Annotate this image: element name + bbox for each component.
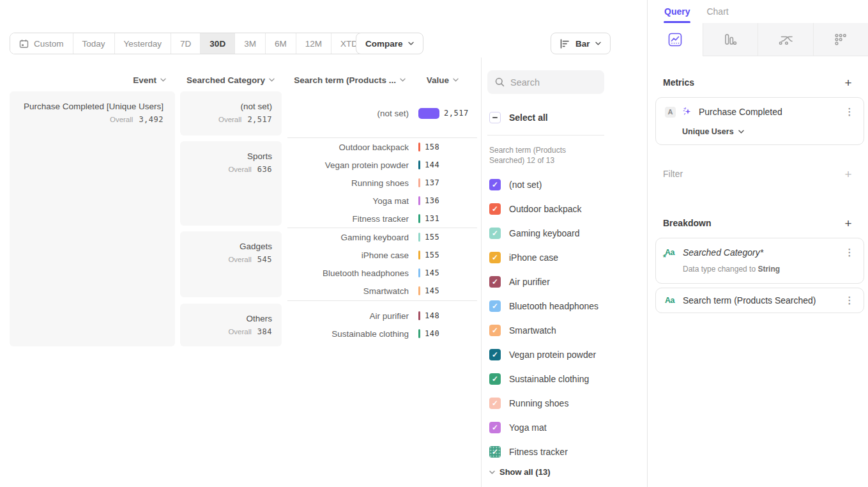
compare-button[interactable]: Compare <box>356 33 423 54</box>
date-preset-label: 12M <box>305 39 322 49</box>
breakdown-options-kebab-icon[interactable] <box>844 247 855 258</box>
column-header-label: Value <box>427 75 449 85</box>
search-icon <box>495 77 505 87</box>
checkbox-outdoor-backpack[interactable] <box>489 203 501 215</box>
legend-item-smartwatch[interactable]: Smartwatch <box>489 318 598 343</box>
tab-chart[interactable]: Chart <box>698 0 736 23</box>
bar-air-purifier[interactable] <box>418 311 420 320</box>
column-header-value[interactable]: Value <box>409 73 459 86</box>
checkbox-vegan-protein-powder[interactable] <box>489 349 501 360</box>
tab-query[interactable]: Query <box>656 0 698 23</box>
select-all-row[interactable]: Select all <box>489 112 548 123</box>
column-header-searched-category[interactable]: Searched Category <box>170 73 275 86</box>
legend-item-sustainable-clothing[interactable]: Sustainable clothing <box>489 367 598 391</box>
term-row-fitness-tracker: Fitness tracker 131 <box>281 210 439 228</box>
checkbox-fitness-tracker[interactable] <box>489 446 501 458</box>
search-input[interactable] <box>510 77 593 88</box>
group-divider <box>287 300 477 301</box>
date-preset-6m[interactable]: 6M <box>265 33 296 54</box>
legend-item-label: Yoga mat <box>509 422 547 433</box>
checkbox-sustainable-clothing[interactable] <box>489 373 501 385</box>
date-preset-12m[interactable]: 12M <box>296 33 331 54</box>
column-header-event[interactable]: Event <box>96 73 166 86</box>
bar-gaming-keyboard[interactable] <box>418 233 420 242</box>
metric-options-kebab-icon[interactable] <box>844 106 855 118</box>
bar-yoga-mat[interactable] <box>418 196 420 205</box>
bar-smartwatch[interactable] <box>418 286 420 295</box>
legend-item-bluetooth-headphones[interactable]: Bluetooth headphones <box>489 294 598 318</box>
legend-item-outdoor-backpack[interactable]: Outdoor backpack <box>489 197 598 221</box>
legend-item-air-purifier[interactable]: Air purifier <box>489 270 598 294</box>
aggregation-selector[interactable]: Unique Users <box>682 127 855 136</box>
chevron-down-icon <box>400 78 406 82</box>
legend-item-running-shoes[interactable]: Running shoes <box>489 391 598 415</box>
chart-type-label: Bar <box>575 39 590 49</box>
add-breakdown-button[interactable] <box>841 216 855 230</box>
overall-value: 3,492 <box>139 115 164 124</box>
category-card-gadgets[interactable]: Gadgets Overall545 <box>180 231 282 297</box>
checkbox-running-shoes[interactable] <box>489 398 501 409</box>
date-preset-custom[interactable]: Custom <box>10 33 73 54</box>
breakdown-property-name: Search term (Products Searched) <box>683 295 838 305</box>
checkbox-yoga-mat[interactable] <box>489 422 501 433</box>
event-card[interactable]: Purchase Completed [Unique Users] Overal… <box>10 91 175 346</box>
date-preset-30d-selected[interactable]: 30D <box>200 33 234 54</box>
checkbox-gaming-keyboard[interactable] <box>489 228 501 239</box>
term-value: 144 <box>425 160 439 169</box>
show-all-toggle[interactable]: Show all (13) <box>489 467 550 477</box>
chart-type-button[interactable]: Bar <box>551 33 611 54</box>
legend-item-gaming-keyboard[interactable]: Gaming keyboard <box>489 221 598 245</box>
legend-item-not-set[interactable]: (not set) <box>489 173 598 197</box>
metric-card[interactable]: A Purchase Completed Unique Users <box>655 97 864 145</box>
funnel-bars-icon <box>723 33 737 47</box>
checkbox-iphone-case[interactable] <box>489 252 501 263</box>
date-preset-label: 3M <box>244 39 256 49</box>
bar-iphone-case[interactable] <box>418 251 420 259</box>
category-card-not-set[interactable]: (not set) Overall2,517 <box>180 91 282 135</box>
add-filter-button[interactable] <box>841 167 855 181</box>
legend-item-label: iPhone case <box>509 252 558 263</box>
checkbox-not-set[interactable] <box>489 179 501 190</box>
column-header-search-term[interactable]: Search term (Products ... <box>272 73 406 86</box>
tab-insights[interactable] <box>648 23 703 56</box>
legend-list: (not set) Outdoor backpack Gaming keyboa… <box>489 173 598 464</box>
bar-outdoor-backpack[interactable] <box>418 143 420 151</box>
checkbox-smartwatch[interactable] <box>489 325 501 336</box>
date-preset-7d[interactable]: 7D <box>171 33 200 54</box>
date-preset-today[interactable]: Today <box>73 33 114 54</box>
breakdown-card-search-term[interactable]: Aa Search term (Products Searched) <box>655 288 864 313</box>
bar-bluetooth-headphones[interactable] <box>418 268 420 277</box>
tab-retention[interactable] <box>813 23 868 56</box>
bar-sustainable-clothing[interactable] <box>418 329 420 338</box>
category-card-others[interactable]: Others Overall384 <box>180 304 282 346</box>
checkbox-bluetooth-headphones[interactable] <box>489 300 501 312</box>
bar-fitness-tracker[interactable] <box>418 214 420 223</box>
add-metric-button[interactable] <box>841 75 855 89</box>
category-card-sports[interactable]: Sports Overall636 <box>180 141 282 226</box>
legend-search[interactable] <box>487 70 604 94</box>
checkbox-air-purifier[interactable] <box>489 276 501 288</box>
date-preset-label: Custom <box>34 39 64 49</box>
legend-item-iphone-case[interactable]: iPhone case <box>489 245 598 270</box>
legend-item-label: Bluetooth headphones <box>509 301 598 311</box>
bar-running-shoes[interactable] <box>418 178 420 187</box>
legend-item-label: Air purifier <box>509 277 550 287</box>
legend-item-vegan-protein-powder[interactable]: Vegan protein powder <box>489 343 598 367</box>
select-all-checkbox[interactable] <box>489 112 501 123</box>
breakdown-options-kebab-icon[interactable] <box>844 295 855 306</box>
column-header-label: Event <box>133 75 156 85</box>
legend-item-yoga-mat[interactable]: Yoga mat <box>489 415 598 440</box>
tab-funnels[interactable] <box>703 23 758 56</box>
date-preset-3m[interactable]: 3M <box>234 33 265 54</box>
legend-item-label: Sustainable clothing <box>509 374 589 384</box>
legend-item-fitness-tracker[interactable]: Fitness tracker <box>489 440 598 464</box>
tab-flows[interactable] <box>758 23 813 56</box>
term-label: Running shoes <box>281 178 409 188</box>
date-preset-yesterday[interactable]: Yesterday <box>114 33 171 54</box>
breakdown-card-searched-category[interactable]: Aa Searched Category* Data type changed … <box>655 238 864 284</box>
bar-not-set[interactable] <box>418 108 439 119</box>
bar-vegan-protein-powder[interactable] <box>418 160 420 169</box>
chevron-down-icon <box>408 42 414 45</box>
term-value: 148 <box>425 311 439 320</box>
aggregation-label: Unique Users <box>682 127 734 136</box>
